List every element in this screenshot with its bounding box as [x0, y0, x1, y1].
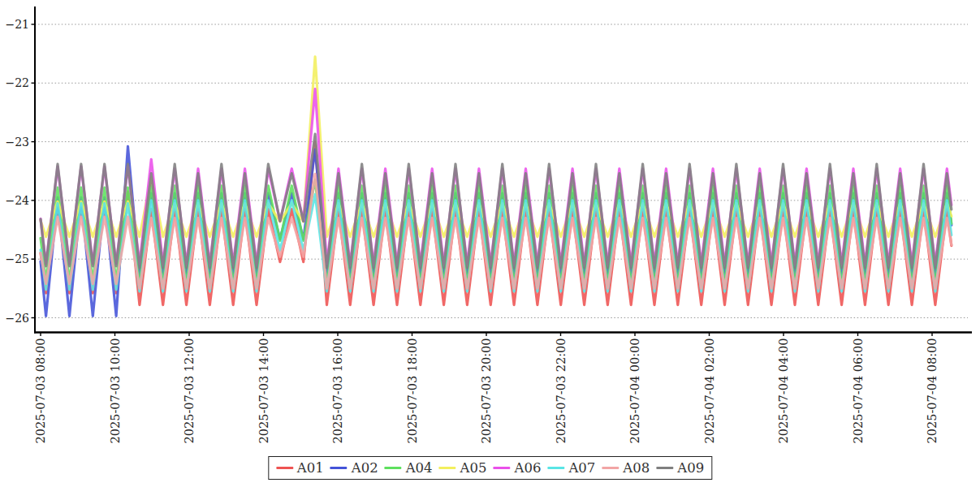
- y-tick-label: −23: [5, 136, 29, 149]
- x-tick-label: 2025-07-03 20:00: [480, 338, 493, 444]
- legend-item-A07: A07: [547, 460, 595, 476]
- y-tick-label: −26: [5, 312, 29, 325]
- x-tick-label: 2025-07-03 10:00: [109, 338, 122, 444]
- y-tick-label: −21: [5, 18, 29, 31]
- legend-label-A02: A02: [352, 460, 378, 476]
- legend-label-A04: A04: [406, 460, 433, 476]
- legend-item-A08: A08: [602, 460, 650, 476]
- legend-label-A06: A06: [515, 460, 542, 476]
- y-tick-label: −24: [5, 194, 29, 207]
- y-tick-label: −22: [5, 76, 29, 89]
- x-tick-label: 2025-07-04 08:00: [926, 338, 939, 444]
- x-tick-label: 2025-07-04 02:00: [703, 338, 716, 444]
- legend-item-A04: A04: [385, 460, 433, 476]
- legend-item-A02: A02: [330, 460, 378, 476]
- legend-swatch-A04: [385, 467, 402, 470]
- legend-swatch-A07: [547, 467, 564, 470]
- legend-label-A07: A07: [568, 460, 595, 476]
- x-tick-label: 2025-07-04 06:00: [852, 338, 865, 444]
- legend-label-A05: A05: [460, 460, 487, 476]
- legend-swatch-A09: [656, 467, 673, 470]
- x-tick-label: 2025-07-04 00:00: [628, 338, 641, 444]
- x-tick-label: 2025-07-03 14:00: [257, 338, 270, 444]
- legend-label-A09: A09: [677, 460, 704, 476]
- legend-item-A09: A09: [656, 460, 704, 476]
- x-tick-label: 2025-07-03 08:00: [34, 338, 47, 444]
- x-tick-label: 2025-07-03 22:00: [555, 338, 568, 444]
- legend-item-A06: A06: [494, 460, 542, 476]
- chart-canvas: −21−22−23−24−25−262025-07-03 08:002025-0…: [0, 0, 980, 487]
- legend-label-A01: A01: [297, 460, 324, 476]
- x-tick-label: 2025-07-03 18:00: [406, 338, 419, 444]
- legend-swatch-A05: [439, 467, 456, 470]
- legend-swatch-A08: [602, 467, 619, 470]
- line-chart-figure: −21−22−23−24−25−262025-07-03 08:002025-0…: [0, 0, 980, 487]
- chart-legend: A01A02A04A05A06A07A08A09: [268, 456, 712, 480]
- legend-item-A01: A01: [276, 460, 324, 476]
- legend-item-A05: A05: [439, 460, 487, 476]
- x-tick-label: 2025-07-03 12:00: [183, 338, 196, 444]
- x-tick-label: 2025-07-04 04:00: [777, 338, 790, 444]
- x-tick-label: 2025-07-03 16:00: [331, 338, 344, 444]
- legend-swatch-A01: [276, 467, 293, 470]
- legend-label-A08: A08: [623, 460, 650, 476]
- y-tick-label: −25: [5, 252, 29, 265]
- legend-swatch-A06: [494, 467, 511, 470]
- legend-swatch-A02: [330, 467, 348, 470]
